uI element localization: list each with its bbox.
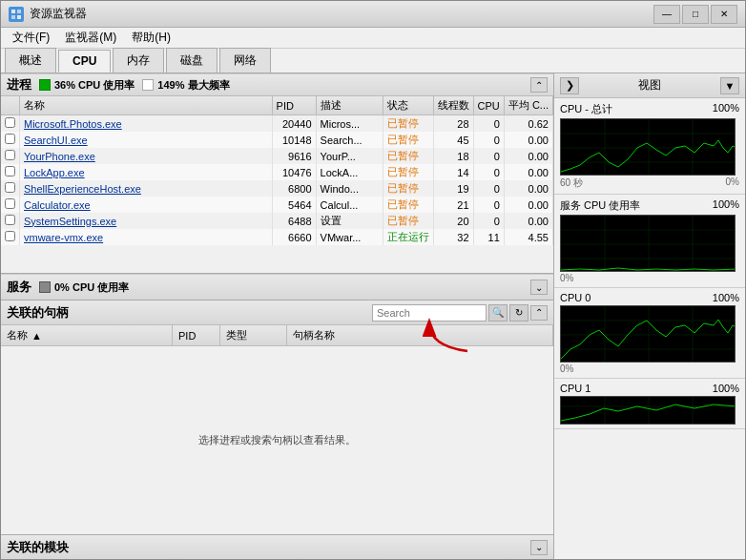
row-avg: 0.00 <box>504 132 552 148</box>
row-status: 正在运行 <box>383 229 433 245</box>
service-cpu-badge: 0% CPU 使用率 <box>39 280 129 295</box>
cpu0-label: CPU 0 100% <box>560 292 739 303</box>
row-pid: 6488 <box>272 213 316 229</box>
row-threads: 45 <box>433 132 473 148</box>
service-title-group: 服务 0% CPU 使用率 <box>7 279 129 296</box>
row-checkbox[interactable] <box>1 164 20 180</box>
row-checkbox[interactable] <box>1 132 20 148</box>
row-checkbox[interactable] <box>1 197 20 213</box>
tab-cpu[interactable]: CPU <box>58 50 111 73</box>
service-cpu-graph[interactable] <box>560 215 736 272</box>
handles-collapse-btn[interactable]: ⌃ <box>530 305 548 321</box>
row-avg: 0.00 <box>504 148 552 164</box>
table-row[interactable]: Microsoft.Photos.exe 20440 Micros... 已暂停… <box>1 115 553 133</box>
service-collapse-btn[interactable]: ⌄ <box>530 280 548 295</box>
service-cpu-svg <box>561 216 736 272</box>
service-section: 服务 0% CPU 使用率 ⌄ <box>1 274 553 301</box>
minimize-button[interactable]: — <box>653 5 680 24</box>
submodule-collapse-btn[interactable]: ⌄ <box>530 540 548 555</box>
row-checkbox[interactable] <box>1 180 20 197</box>
search-button[interactable]: 🔍 <box>488 304 508 321</box>
cpu0-time-right: 0% <box>560 363 573 374</box>
row-pid: 20440 <box>272 115 316 133</box>
cpu0-svg <box>561 306 736 363</box>
menu-file[interactable]: 文件(F) <box>5 28 57 48</box>
refresh-button[interactable]: ↻ <box>509 304 528 321</box>
process-collapse-btn[interactable]: ⌃ <box>530 77 548 93</box>
row-status: 已暂停 <box>383 164 433 180</box>
col-checkbox[interactable] <box>1 96 20 115</box>
row-cpu: 0 <box>473 180 504 197</box>
service-indicator <box>39 281 51 293</box>
row-name: SystemSettings.exe <box>20 213 273 229</box>
row-cpu: 11 <box>473 229 504 245</box>
table-row[interactable]: Calculator.exe 5464 Calcul... 已暂停 21 0 0… <box>1 197 553 213</box>
right-nav-btn[interactable]: ❯ <box>560 77 579 94</box>
row-status: 已暂停 <box>383 115 433 133</box>
row-desc: Micros... <box>316 115 383 133</box>
cpu0-graph[interactable] <box>560 305 736 363</box>
table-row[interactable]: SystemSettings.exe 6488 设置 已暂停 20 0 0.00 <box>1 213 553 229</box>
row-desc: Windo... <box>316 180 383 197</box>
col-cpu[interactable]: CPU <box>473 96 504 115</box>
row-status: 已暂停 <box>383 213 433 229</box>
row-checkbox[interactable] <box>1 115 20 133</box>
service-cpu-label: 服务 CPU 使用率 100% <box>560 198 739 213</box>
svg-rect-3 <box>17 15 21 19</box>
row-threads: 32 <box>433 229 473 245</box>
table-row[interactable]: LockApp.exe 10476 LockA... 已暂停 14 0 0.00 <box>1 164 553 180</box>
process-header: 进程 36% CPU 使用率 149% 最大频率 ⌃ <box>1 73 553 96</box>
menu-monitor[interactable]: 监视器(M) <box>57 28 124 48</box>
tab-overview[interactable]: 概述 <box>5 48 56 73</box>
col-avg-cpu[interactable]: 平均 C... <box>504 96 552 115</box>
handles-col-pid[interactable]: PID <box>173 325 220 345</box>
maximize-button[interactable]: □ <box>682 5 709 24</box>
process-table-container[interactable]: 名称 PID 描述 状态 线程数 CPU 平均 C... Microsof <box>1 96 553 273</box>
tabs-bar: 概述 CPU 内存 磁盘 网络 <box>1 49 745 73</box>
cpu1-graph-section: CPU 1 100% <box>554 379 745 429</box>
row-name: SearchUI.exe <box>20 132 273 148</box>
row-name: vmware-vmx.exe <box>20 229 273 245</box>
handles-col-type[interactable]: 类型 <box>220 325 287 345</box>
row-checkbox[interactable] <box>1 148 20 164</box>
tab-network[interactable]: 网络 <box>219 48 271 73</box>
service-cpu-time: 0% <box>560 273 739 283</box>
handles-col-name[interactable]: 名称 ▲ <box>1 325 173 345</box>
cpu-usage-badge: 36% CPU 使用率 <box>39 78 135 93</box>
cpu0-value: 100% <box>713 292 739 303</box>
table-row[interactable]: ShellExperienceHost.exe 6800 Windo... 已暂… <box>1 180 553 197</box>
cpu0-time: 0% <box>560 363 739 374</box>
cpu-total-svg <box>561 119 736 176</box>
row-name: LockApp.exe <box>20 164 273 180</box>
close-button[interactable]: ✕ <box>711 5 737 24</box>
row-pid: 10476 <box>272 164 316 180</box>
table-row[interactable]: YourPhone.exe 9616 YourP... 已暂停 18 0 0.0… <box>1 148 553 164</box>
row-status: 已暂停 <box>383 132 433 148</box>
menu-bar: 文件(F) 监视器(M) 帮助(H) <box>1 28 745 49</box>
col-name[interactable]: 名称 <box>20 96 273 115</box>
tab-memory[interactable]: 内存 <box>113 48 164 73</box>
table-row[interactable]: vmware-vmx.exe 6660 VMwar... 正在运行 32 11 … <box>1 229 553 245</box>
tab-disk[interactable]: 磁盘 <box>166 48 218 73</box>
max-freq-indicator <box>142 79 154 91</box>
row-checkbox[interactable] <box>1 213 20 229</box>
right-panel-header: ❯ 视图 ▼ <box>554 73 745 98</box>
cpu-total-graph[interactable] <box>560 118 736 176</box>
menu-help[interactable]: 帮助(H) <box>124 28 178 48</box>
view-dropdown-btn[interactable]: ▼ <box>720 77 739 94</box>
row-name: ShellExperienceHost.exe <box>20 180 273 197</box>
max-freq-badge: 149% 最大频率 <box>142 78 229 93</box>
cpu1-graph[interactable] <box>560 396 736 425</box>
svg-rect-2 <box>11 15 15 19</box>
col-status[interactable]: 状态 <box>383 96 433 115</box>
table-row[interactable]: SearchUI.exe 10148 Search... 已暂停 45 0 0.… <box>1 132 553 148</box>
process-section: 进程 36% CPU 使用率 149% 最大频率 ⌃ <box>1 73 553 274</box>
row-checkbox[interactable] <box>1 229 20 245</box>
row-threads: 28 <box>433 115 473 133</box>
row-cpu: 0 <box>473 213 504 229</box>
col-desc[interactable]: 描述 <box>316 96 383 115</box>
col-pid[interactable]: PID <box>272 96 316 115</box>
row-pid: 6660 <box>272 229 316 245</box>
service-title: 服务 <box>7 279 31 296</box>
col-threads[interactable]: 线程数 <box>433 96 473 115</box>
